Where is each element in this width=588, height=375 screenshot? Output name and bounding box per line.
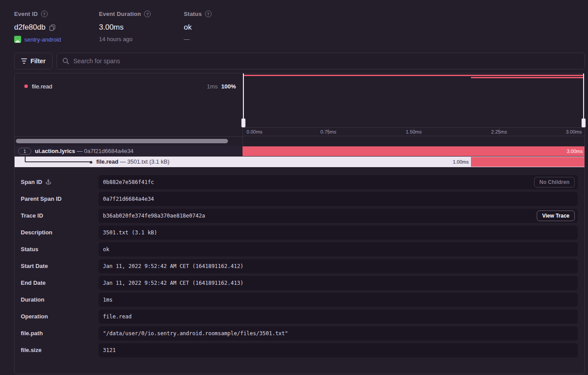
- detail-row-span-id: Span ID 0b882e7e586f41fc No Children: [15, 175, 584, 189]
- horizontal-scrollbar-track: [15, 136, 243, 146]
- span-details-section: Span ID 0b882e7e586f41fc No Children: [15, 167, 584, 360]
- span-legend-pane: file.read 1ms 100%: [15, 73, 243, 146]
- view-trace-button[interactable]: View Trace: [537, 210, 575, 221]
- span-children-toggle[interactable]: 1: [18, 148, 31, 155]
- axis-tick: 3.00ms: [566, 129, 582, 134]
- detail-label: End Date: [21, 279, 46, 286]
- android-project-icon: [14, 36, 21, 43]
- detail-value-text: 1ms: [103, 297, 113, 303]
- right-handle-grip[interactable]: [582, 119, 586, 127]
- span-detail-page: Event ID ? d2fe80db s: [0, 0, 588, 375]
- event-id-section: Event ID ? d2fe80db s: [14, 11, 61, 43]
- minimap-span-child: [471, 77, 583, 78]
- tree-connector: [25, 157, 91, 162]
- axis-tick: 0.75ms: [320, 129, 336, 134]
- filter-icon: [21, 58, 27, 64]
- tree-connector-dot: [90, 161, 92, 164]
- detail-value-trace-id[interactable]: b36ab020fe374fe98a370ae818e0742a: [99, 209, 578, 223]
- search-input[interactable]: [73, 57, 579, 65]
- detail-label: Parent Span ID: [21, 195, 61, 202]
- filter-button-label: Filter: [30, 57, 46, 65]
- detail-value-parent-span-id[interactable]: 0a7f21d6684a4e34: [99, 192, 578, 206]
- detail-value-text: "/data/user/0/io.sentry.android.roomsamp…: [103, 330, 288, 337]
- detail-label: file.size: [21, 347, 42, 353]
- detail-label: Trace ID: [21, 212, 43, 219]
- span-search-bar[interactable]: [57, 53, 585, 69]
- span-row-root[interactable]: 1 ui.action.lyrics — 0a7f21d6684a4e34 3.…: [15, 146, 584, 157]
- detail-value-duration[interactable]: 1ms: [99, 293, 578, 307]
- minimap-left-handle[interactable]: [243, 73, 244, 119]
- event-duration-section: Event Duration ? 3.00ms 14 hours ago: [99, 11, 151, 42]
- copy-icon[interactable]: [49, 24, 56, 31]
- event-duration-value: 3.00ms: [99, 23, 124, 32]
- search-icon: [62, 57, 69, 65]
- detail-value-text: 3501.txt (3.1 kB): [103, 230, 157, 236]
- detail-value-start-date[interactable]: Jan 11, 2022 9:52:42 AM CET (1641891162.…: [99, 259, 578, 273]
- legend-color-dot: [24, 84, 28, 88]
- filter-button[interactable]: Filter: [14, 53, 53, 69]
- legend-duration: 1ms: [207, 83, 218, 90]
- detail-label: Duration: [21, 296, 44, 303]
- axis-tick: 1.50ms: [406, 129, 421, 134]
- detail-row-trace-id: Trace ID b36ab020fe374fe98a370ae818e0742…: [15, 209, 584, 223]
- timeline-minimap-pane: 0.00ms 0.75ms 1.50ms 2.25ms 3.00ms: [243, 73, 584, 146]
- detail-row-status: Status ok: [15, 242, 584, 256]
- detail-value-text: Jan 11, 2022 9:52:42 AM CET (1641891162.…: [103, 280, 243, 286]
- detail-label: Status: [21, 246, 38, 253]
- detail-label: Span ID: [21, 179, 42, 185]
- no-children-button[interactable]: No Children: [534, 177, 575, 188]
- detail-value-description[interactable]: 3501.txt (3.1 kB): [99, 226, 578, 240]
- axis-tick: 2.25ms: [491, 129, 507, 134]
- detail-row-parent-span-id: Parent Span ID 0a7f21d6684a4e34: [15, 192, 584, 206]
- span-row-child-title: file.read — 3501.txt (3.1 kB): [96, 158, 169, 165]
- detail-label: Operation: [21, 313, 48, 320]
- minimap-span-root: [244, 75, 583, 76]
- project-link[interactable]: sentry-android: [24, 36, 61, 43]
- detail-value-end-date[interactable]: Jan 11, 2022 9:52:42 AM CET (1641891162.…: [99, 276, 578, 290]
- anchor-icon[interactable]: [46, 179, 51, 185]
- detail-value-status[interactable]: ok: [99, 242, 578, 256]
- help-icon[interactable]: ?: [41, 11, 48, 17]
- horizontal-scrollbar-thumb[interactable]: [16, 139, 228, 143]
- detail-label: Start Date: [21, 263, 48, 269]
- detail-value-text: 3121: [103, 347, 116, 353]
- help-icon[interactable]: ?: [144, 11, 151, 17]
- detail-value-text: file.read: [103, 314, 132, 320]
- span-row-child-selected[interactable]: file.read — 3501.txt (3.1 kB) 1.00ms: [15, 157, 584, 167]
- span-bar-root[interactable]: 3.00ms: [243, 146, 584, 156]
- detail-value-file-path[interactable]: "/data/user/0/io.sentry.android.roomsamp…: [99, 326, 578, 341]
- detail-label: file.path: [21, 330, 43, 337]
- legend-operation: file.read: [32, 83, 52, 90]
- span-bar-child[interactable]: [471, 157, 584, 167]
- minimap-right-handle[interactable]: [583, 73, 584, 119]
- event-id-label-row: Event ID ?: [14, 11, 61, 17]
- detail-row-duration: Duration 1ms: [15, 293, 584, 307]
- detail-row-operation: Operation file.read: [15, 310, 584, 324]
- minimap-canvas[interactable]: [243, 73, 584, 127]
- detail-value-text: 0b882e7e586f41fc: [103, 179, 154, 185]
- span-row-root-title: ui.action.lyrics — 0a7f21d6684a4e34: [35, 148, 133, 154]
- event-duration-ago: 14 hours ago: [99, 36, 133, 42]
- detail-value-file-size[interactable]: 3121: [99, 343, 578, 357]
- legend-row-file-read: file.read 1ms 100%: [15, 82, 243, 90]
- detail-label: Description: [21, 229, 53, 236]
- detail-value-operation[interactable]: file.read: [99, 310, 578, 324]
- legend-percent: 100%: [221, 83, 236, 90]
- status-label: Status: [184, 11, 202, 17]
- axis-tick: 0.00ms: [247, 129, 262, 134]
- detail-row-description: Description 3501.txt (3.1 kB): [15, 226, 584, 240]
- span-bar-root-duration: 3.00ms: [567, 149, 583, 154]
- event-id-label: Event ID: [14, 11, 38, 17]
- event-duration-label: Event Duration: [99, 11, 141, 17]
- trace-view-panel: file.read 1ms 100%: [14, 73, 585, 374]
- detail-value-text: b36ab020fe374fe98a370ae818e0742a: [103, 213, 205, 219]
- span-bar-child-duration: 1.00ms: [453, 159, 469, 165]
- detail-value-text: Jan 11, 2022 9:52:42 AM CET (1641891162.…: [103, 263, 243, 269]
- help-icon[interactable]: ?: [205, 11, 212, 17]
- detail-row-end-date: End Date Jan 11, 2022 9:52:42 AM CET (16…: [15, 276, 584, 290]
- status-section: Status ? ok —: [184, 11, 212, 42]
- detail-value-span-id[interactable]: 0b882e7e586f41fc: [99, 175, 578, 189]
- left-handle-grip[interactable]: [242, 119, 246, 127]
- event-id-value: d2fe80db: [14, 23, 46, 32]
- detail-value-text: ok: [103, 246, 109, 253]
